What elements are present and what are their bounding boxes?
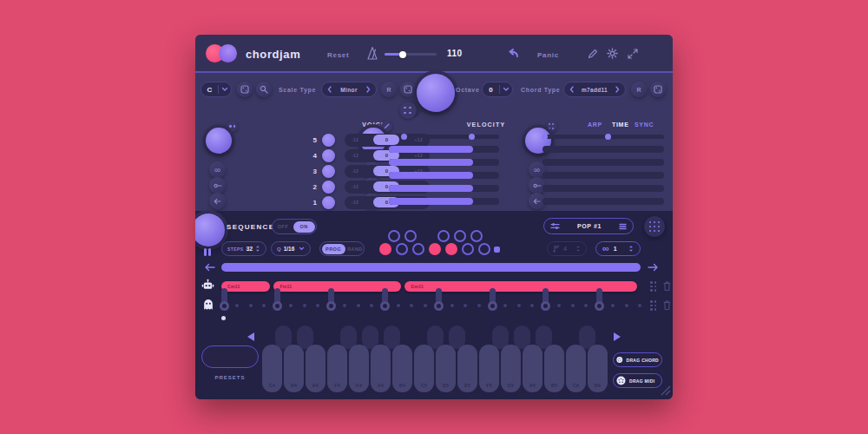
rhythm-track-trash-icon[interactable] [662,299,672,311]
stop-step-indicator[interactable] [494,247,500,253]
key-select-black-4[interactable] [454,230,466,242]
prog-segment[interactable]: PROG [322,244,345,255]
menu-icon[interactable] [619,223,627,230]
key-select-white-4[interactable] [445,243,457,255]
drag-chord-button[interactable]: DRAG CHORD [613,352,662,367]
arp-bar[interactable] [542,185,664,192]
chevron-right-icon[interactable] [615,86,620,93]
white-key-F5[interactable]: F5 [479,345,499,392]
corner-resize-grip[interactable] [661,385,671,396]
step-dot[interactable] [450,304,454,307]
step-dot[interactable] [303,304,306,307]
white-key-C5[interactable]: C5 [414,345,434,392]
step-ring[interactable] [488,301,497,311]
stepper-icon[interactable] [575,245,581,253]
key-select-black-3[interactable] [437,230,450,242]
white-key-E5[interactable]: E5 [457,345,477,392]
rhythm-track-drag-handle[interactable] [650,300,657,311]
panic-button[interactable]: Panic [537,51,559,59]
velocity-bar[interactable] [389,185,499,192]
key-select-white-5[interactable] [462,243,474,255]
scale-type-select[interactable]: Minor [321,82,377,97]
quantize-control[interactable]: Q 1/16 [271,241,311,256]
step-ring[interactable] [380,301,390,311]
velocity-bar[interactable] [389,159,499,166]
preset-browser[interactable]: POP #1 [543,218,634,234]
white-key-D4[interactable]: D4 [284,345,304,392]
step-ring[interactable] [541,301,550,311]
chord-dice-button[interactable] [650,82,666,97]
voice-toggle[interactable] [322,165,335,178]
sequencer-onoff-toggle[interactable]: OFF ON [272,219,317,234]
white-key-G4[interactable]: G4 [349,345,369,392]
voices-link-button[interactable]: ∞ [209,161,226,178]
undo-icon[interactable] [506,49,519,58]
voice-transpose-row[interactable]: -120+12 [345,134,430,147]
root-note-select[interactable]: C [201,82,232,97]
pencil-icon[interactable] [588,49,598,59]
arp-range-slider[interactable] [542,135,664,139]
steps-control[interactable]: STEPS 32 [221,241,266,256]
pause-icon[interactable] [204,248,213,257]
off-label[interactable]: OFF [273,224,293,229]
arp-bar[interactable] [542,198,664,205]
step-dot[interactable] [517,304,521,307]
chord-reset-button[interactable]: R [631,82,647,97]
stepper-icon[interactable] [628,245,634,253]
stepper-icon[interactable] [255,245,260,253]
key-select-white-2[interactable] [412,243,424,255]
pattern-grid-button[interactable] [644,216,665,237]
step-dot[interactable] [638,304,641,307]
white-key-C6[interactable]: C6 [566,345,586,392]
metronome-icon[interactable] [366,46,378,61]
step-dot[interactable] [397,304,400,307]
step-ring[interactable] [220,301,229,311]
reset-button[interactable]: Reset [327,51,349,59]
chord-track-drag-handle[interactable] [650,281,657,292]
key-select-white-3[interactable] [429,243,441,255]
key-select-white-0[interactable] [379,243,391,255]
randomize-root-dice-button[interactable] [237,82,253,97]
white-key-F4[interactable]: F4 [327,345,347,392]
velocity-bar[interactable] [389,172,499,179]
white-key-E4[interactable]: E4 [306,345,326,392]
white-key-B5[interactable]: B5 [544,345,564,392]
keyboard-next-icon[interactable] [614,332,621,341]
step-dot[interactable] [571,304,575,307]
drag-midi-button[interactable]: DRAG MIDI [613,373,662,388]
scale-dice-button[interactable] [400,82,416,97]
step-dot[interactable] [357,304,360,307]
prog-rand-toggle[interactable]: PROG RAND [319,241,365,256]
chord-type-select[interactable]: m7add11 [563,82,626,97]
white-key-D5[interactable]: D5 [436,345,456,392]
white-key-B4[interactable]: B4 [392,345,412,392]
scale-reset-button[interactable]: R [381,82,397,97]
key-select-black-5[interactable] [470,230,483,242]
preset-slot[interactable] [201,345,259,368]
ghost-icon[interactable] [202,298,214,311]
velocity-bar[interactable] [389,146,499,153]
white-key-D6[interactable]: D6 [588,345,608,392]
loop-control[interactable]: ∞ 1 [595,241,641,256]
robot-icon[interactable] [201,279,214,292]
joystick-mode-button[interactable] [399,102,417,119]
rand-label[interactable]: RAND [346,247,364,252]
search-scale-button[interactable] [256,82,272,97]
on-segment[interactable]: ON [293,221,315,233]
voices-knob[interactable] [206,128,232,154]
voice-toggle[interactable] [322,181,335,194]
step-ring[interactable] [434,301,444,311]
keyboard-prev-icon[interactable] [247,332,254,341]
tab-sync[interactable]: SYNC [635,122,654,128]
step-ring[interactable] [326,301,336,311]
voices-knob-badge[interactable] [227,121,238,132]
key-select-white-6[interactable] [478,243,490,255]
key-select-white-1[interactable] [396,243,408,255]
shift-right-icon[interactable] [648,263,659,272]
resize-icon[interactable] [628,49,638,59]
octave-select[interactable]: 0 [482,82,513,97]
chord-segment[interactable]: Cm11 [221,281,270,292]
voice-toggle[interactable] [322,134,335,147]
tempo-value[interactable]: 110 [447,49,463,58]
settings-gear-icon[interactable] [607,48,618,59]
